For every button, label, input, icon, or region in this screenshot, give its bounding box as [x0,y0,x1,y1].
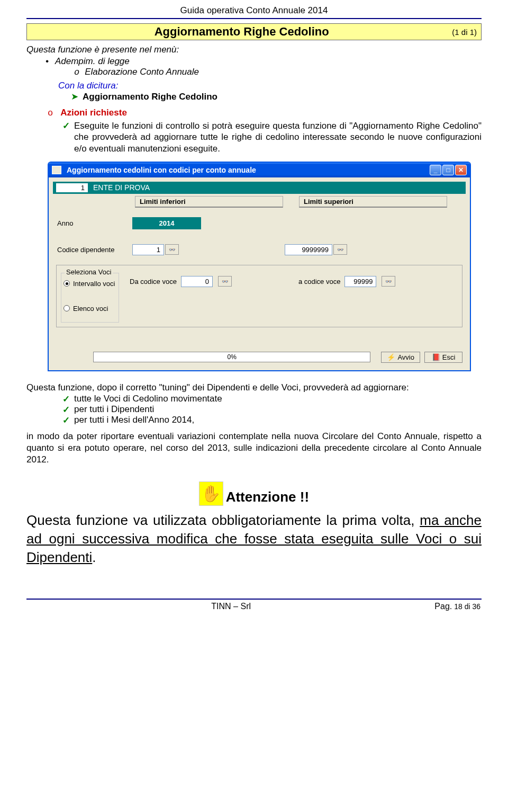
radio-intervallo-voci[interactable]: Intervallo voci [64,276,116,288]
anno-value: 2014 [132,217,201,229]
da-codice-voce-label: Da codice voce [130,278,177,285]
section-page-indicator: (1 di 1) [452,28,477,37]
codice-dipendente-label: Codice dipendente [53,246,132,254]
close-button[interactable]: ✕ [455,165,467,175]
window-title: Aggiornamento cedolini con codici per co… [65,166,430,174]
check-item-3: per tutti i Mesi dell'Anno 2014, [74,415,482,425]
after-intro: Questa funzione, dopo il corretto "tunin… [26,382,482,394]
limits-header-row: Limiti inferiori Limiti superiori [53,196,466,208]
hand-icon: ✋ [199,481,223,506]
exit-icon: 📕 [432,353,440,361]
con-la-dicitura: Con la dicitura: [26,81,482,91]
seleziona-voci-legend: Seleziona Voci [65,268,113,276]
app-window: Aggiornamento cedolini con codici per co… [48,162,471,371]
limits-inferiori-header: Limiti inferiori [135,196,283,208]
a-codice-voce-label: a codice voce [298,278,341,285]
ente-name: ENTE DI PROVA [93,183,150,192]
radio-icon [64,280,70,287]
window-icon [52,166,61,174]
limits-superiori-header: Limiti superiori [299,196,447,208]
seleziona-voci-radios: Seleziona Voci Intervallo voci Elenco vo… [61,273,119,323]
body-paragraph: in modo da poter riportare eventuali var… [26,431,482,466]
lookup-button-dip-from[interactable]: 👓 [165,244,179,255]
header-divider [26,18,482,19]
menu-sub-bullet: Elaborazione Conto Annuale [26,67,482,77]
maximize-button[interactable]: □ [442,165,454,175]
codice-dipendente-from-input[interactable] [132,244,164,255]
window-titlebar[interactable]: Aggiornamento cedolini con codici per co… [49,163,470,177]
radio-elenco-voci[interactable]: Elenco voci [64,301,116,313]
check-item-2: per tutti i Dipendenti [74,404,482,415]
doc-header: Guida operativa Conto Annuale 2014 [26,0,482,18]
run-icon: ⚡ [387,353,395,361]
radio-icon [64,305,70,311]
attention-row: ✋ Attenzione !! [26,481,482,506]
section-title: Aggiornamento Righe Cedolino [31,25,452,39]
azioni-paragraph: Eseguite le funzioni di controllo si pot… [26,120,482,154]
footer-page: Pag. 18 di 36 [434,602,480,611]
da-codice-voce-input[interactable] [181,276,213,287]
big-paragraph: Questa funzione va utilizzata obbligator… [26,511,482,567]
menu-bullet: Adempim. di legge [26,56,482,67]
lookup-button-voce-from[interactable]: 👓 [218,276,232,287]
a-codice-voce-input[interactable] [344,276,376,287]
footer-company: TINN – Srl [28,602,434,611]
attention-label: Attenzione !! [226,488,309,504]
check-item-1: tutte le Voci di Cedolino movimentate [74,394,482,404]
azioni-richieste-heading: Azioni richieste [26,108,482,118]
progress-bar: 0% [93,352,370,362]
seleziona-voci-group: Seleziona Voci Intervallo voci Elenco vo… [56,265,462,327]
ente-number: 1 [56,183,88,192]
lookup-button-dip-to[interactable]: 👓 [333,244,347,255]
minimize-button[interactable]: _ [430,165,441,175]
codice-dipendente-to-input[interactable] [285,244,332,255]
avvio-button[interactable]: ⚡ Avvio [381,352,420,363]
esci-button[interactable]: 📕 Esci [424,352,462,363]
arrow-item: Aggiornamento Righe Cedolino [26,91,482,102]
lookup-button-voce-to[interactable]: 👓 [382,276,395,287]
anno-label: Anno [53,219,132,227]
section-title-bar: Aggiornamento Righe Cedolino (1 di 1) [26,23,482,40]
intro-text: Questa funzione è presente nel menù: [26,44,482,55]
ente-bar: 1 ENTE DI PROVA [53,182,466,194]
